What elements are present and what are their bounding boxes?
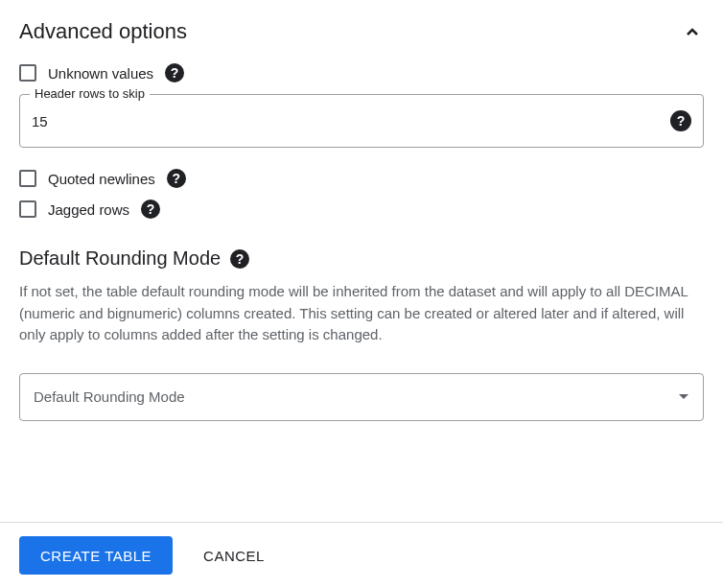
- help-icon[interactable]: ?: [141, 200, 160, 219]
- quoted-newlines-label: Quoted newlines: [48, 171, 155, 187]
- quoted-newlines-row: Quoted newlines ?: [19, 169, 704, 188]
- rounding-header: Default Rounding Mode ?: [19, 247, 704, 270]
- unknown-values-checkbox[interactable]: [19, 64, 36, 82]
- help-icon[interactable]: ?: [670, 110, 691, 131]
- rounding-mode-value: Default Rounding Mode: [34, 388, 185, 405]
- help-icon[interactable]: ?: [165, 63, 184, 82]
- chevron-up-icon[interactable]: [681, 20, 704, 43]
- advanced-options-header[interactable]: Advanced options: [19, 19, 704, 44]
- quoted-newlines-checkbox[interactable]: [19, 170, 36, 187]
- header-rows-input[interactable]: [32, 113, 670, 129]
- footer-actions: CREATE TABLE CANCEL: [0, 522, 723, 588]
- jagged-rows-checkbox[interactable]: [19, 200, 36, 218]
- caret-down-icon: [678, 393, 689, 401]
- section-title: Advanced options: [19, 19, 187, 44]
- rounding-title: Default Rounding Mode: [19, 247, 221, 270]
- jagged-rows-label: Jagged rows: [48, 201, 129, 218]
- unknown-values-row: Unknown values ?: [19, 63, 704, 82]
- rounding-description: If not set, the table default rounding m…: [19, 281, 704, 346]
- unknown-values-label: Unknown values: [48, 65, 153, 82]
- help-icon[interactable]: ?: [230, 249, 249, 269]
- create-table-button[interactable]: CREATE TABLE: [19, 536, 173, 575]
- cancel-button[interactable]: CANCEL: [196, 536, 272, 575]
- header-rows-label: Header rows to skip: [30, 86, 150, 101]
- rounding-mode-select[interactable]: Default Rounding Mode: [19, 373, 704, 421]
- jagged-rows-row: Jagged rows ?: [19, 200, 704, 219]
- help-icon[interactable]: ?: [167, 169, 186, 188]
- header-rows-field[interactable]: Header rows to skip ?: [19, 94, 704, 148]
